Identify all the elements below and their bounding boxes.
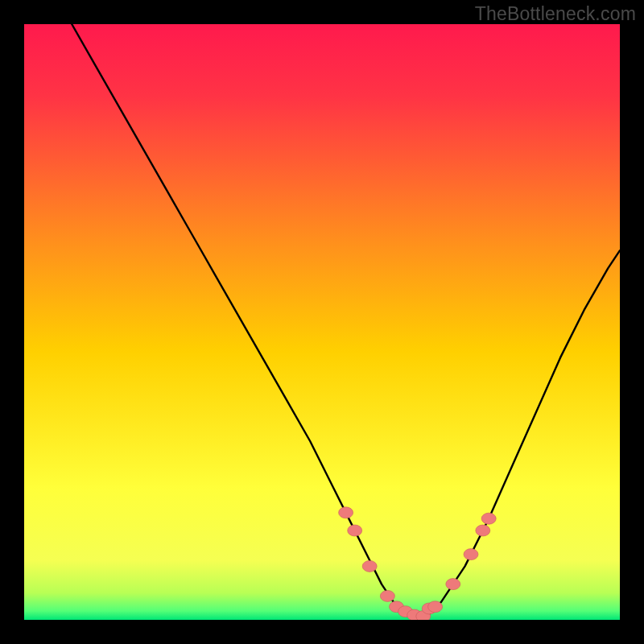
data-marker (464, 549, 478, 560)
data-marker (481, 513, 496, 524)
data-marker (428, 601, 443, 613)
plot-area (24, 24, 620, 620)
watermark-text: TheBottleneck.com (475, 3, 636, 25)
gradient-background (24, 24, 620, 620)
data-marker (380, 590, 394, 601)
chart-container: TheBottleneck.com (0, 0, 644, 644)
data-marker (446, 579, 460, 590)
data-marker (362, 560, 377, 572)
chart-svg (24, 24, 620, 620)
data-marker (339, 507, 353, 518)
data-marker (348, 525, 362, 536)
data-marker (476, 525, 490, 536)
